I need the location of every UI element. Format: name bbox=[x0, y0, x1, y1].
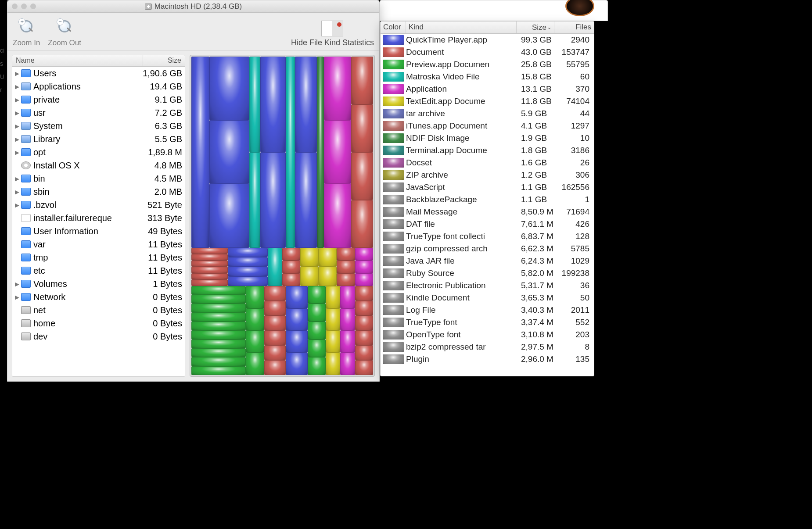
file-row[interactable]: ▶private9.1 GB bbox=[12, 93, 185, 106]
file-row[interactable]: installer.failurereque313 Byte bbox=[12, 211, 185, 225]
treemap-cell[interactable] bbox=[246, 286, 264, 308]
treemap-cell[interactable] bbox=[355, 315, 373, 330]
stats-row[interactable]: JavaScript1.1 GB162556 bbox=[381, 181, 594, 193]
treemap-cell[interactable] bbox=[249, 152, 260, 248]
treemap-cell[interactable] bbox=[260, 152, 286, 248]
file-row[interactable]: etc11 Bytes bbox=[12, 264, 185, 277]
treemap-cell[interactable] bbox=[282, 273, 300, 286]
treemap-cell[interactable] bbox=[351, 200, 373, 248]
treemap-cell[interactable] bbox=[286, 57, 295, 248]
treemap-cell[interactable] bbox=[351, 57, 373, 104]
file-list-header[interactable]: Name Size bbox=[12, 55, 185, 67]
stats-row[interactable]: Ruby Source5,82.0 M199238 bbox=[381, 267, 594, 279]
treemap-cell[interactable] bbox=[355, 286, 373, 301]
zoom-in-button[interactable]: + Zoom In bbox=[13, 18, 40, 47]
treemap-cell[interactable] bbox=[246, 330, 264, 353]
treemap-cell[interactable] bbox=[337, 273, 355, 286]
treemap-cell[interactable] bbox=[326, 308, 340, 331]
column-header-size[interactable]: Size ⌄ bbox=[517, 21, 554, 33]
treemap-cell[interactable] bbox=[191, 313, 246, 322]
treemap-cell[interactable] bbox=[209, 57, 249, 120]
treemap-cell[interactable] bbox=[355, 273, 373, 286]
file-row[interactable]: ▶Users1,90.6 GB bbox=[12, 67, 185, 80]
file-row[interactable]: ▶Applications19.4 GB bbox=[12, 80, 185, 93]
file-row[interactable]: ▶opt1,89.8 M bbox=[12, 146, 185, 159]
stats-row[interactable]: Electronic Publication5,31.7 M36 bbox=[381, 279, 594, 292]
treemap-cell[interactable] bbox=[191, 304, 246, 312]
stats-row[interactable]: Matroska Video File15.8 GB60 bbox=[381, 71, 594, 83]
stats-row[interactable]: Plugin2,96.0 M135 bbox=[381, 353, 594, 365]
disclosure-triangle-icon[interactable]: ▶ bbox=[14, 110, 20, 116]
treemap-cell[interactable] bbox=[191, 248, 228, 254]
stats-row[interactable]: TextEdit.app Docume11.8 GB74104 bbox=[381, 95, 594, 107]
treemap-cell[interactable] bbox=[228, 257, 268, 267]
treemap-cell[interactable] bbox=[264, 330, 286, 345]
stats-row[interactable]: iTunes.app Document4.1 GB1297 bbox=[381, 120, 594, 132]
treemap-cell[interactable] bbox=[340, 353, 355, 375]
treemap-cell[interactable] bbox=[308, 322, 326, 340]
treemap-cell[interactable] bbox=[319, 267, 337, 286]
treemap-panel[interactable] bbox=[190, 55, 375, 377]
zoom-traffic-light[interactable] bbox=[30, 4, 36, 9]
file-row[interactable]: ▶.bzvol521 Byte bbox=[12, 198, 185, 211]
treemap-cell[interactable] bbox=[286, 286, 308, 308]
treemap-cell[interactable] bbox=[324, 120, 351, 184]
treemap-cell[interactable] bbox=[326, 286, 340, 308]
file-row[interactable]: home0 Bytes bbox=[12, 317, 185, 330]
treemap-cell[interactable] bbox=[191, 357, 246, 366]
treemap-cell[interactable] bbox=[209, 184, 249, 247]
treemap-cell[interactable] bbox=[326, 353, 340, 375]
disclosure-triangle-icon[interactable]: ▶ bbox=[14, 175, 20, 182]
stats-row[interactable]: BackblazePackage1.1 GB1 bbox=[381, 193, 594, 206]
treemap-cell[interactable] bbox=[282, 248, 300, 261]
disclosure-triangle-icon[interactable]: ▶ bbox=[14, 83, 20, 90]
file-row[interactable]: dev0 Bytes bbox=[12, 330, 185, 343]
file-row[interactable]: tmp11 Bytes bbox=[12, 251, 185, 264]
stats-row[interactable]: TrueType font3,37.4 M552 bbox=[381, 316, 594, 329]
treemap-cell[interactable] bbox=[191, 366, 246, 375]
stats-row[interactable]: TrueType font collecti6,83.7 M128 bbox=[381, 230, 594, 243]
stats-row[interactable]: ZIP archive1.2 GB306 bbox=[381, 169, 594, 181]
zoom-out-button[interactable]: − Zoom Out bbox=[48, 18, 81, 47]
treemap-cell[interactable] bbox=[264, 360, 286, 375]
stats-row[interactable]: DAT file7,61.1 M426 bbox=[381, 218, 594, 230]
column-header-files[interactable]: Files bbox=[554, 21, 594, 33]
treemap-cell[interactable] bbox=[191, 261, 228, 267]
treemap[interactable] bbox=[191, 57, 373, 375]
stats-row[interactable]: Document43.0 GB153747 bbox=[381, 46, 594, 58]
file-list-rows[interactable]: ▶Users1,90.6 GB▶Applications19.4 GB▶priv… bbox=[12, 67, 185, 376]
file-row[interactable]: ▶sbin2.0 MB bbox=[12, 185, 185, 198]
disclosure-triangle-icon[interactable]: ▶ bbox=[14, 70, 20, 77]
treemap-cell[interactable] bbox=[340, 330, 355, 353]
treemap-cell[interactable] bbox=[319, 248, 337, 267]
treemap-cell[interactable] bbox=[295, 57, 317, 152]
stats-row[interactable]: OpenType font3,10.8 M203 bbox=[381, 329, 594, 341]
column-header-name[interactable]: Name bbox=[12, 55, 143, 66]
file-row[interactable]: ▶System6.3 GB bbox=[12, 119, 185, 132]
file-row[interactable]: net0 Bytes bbox=[12, 304, 185, 317]
treemap-cell[interactable] bbox=[286, 308, 308, 331]
disclosure-triangle-icon[interactable]: ▶ bbox=[14, 189, 20, 195]
treemap-cell[interactable] bbox=[191, 254, 228, 261]
treemap-cell[interactable] bbox=[300, 248, 318, 267]
disclosure-triangle-icon[interactable]: ▶ bbox=[14, 97, 20, 103]
close-traffic-light[interactable] bbox=[12, 4, 18, 9]
file-row[interactable]: var11 Bytes bbox=[12, 238, 185, 251]
stats-row[interactable]: Java JAR file6,24.3 M1029 bbox=[381, 255, 594, 267]
treemap-cell[interactable] bbox=[264, 301, 286, 316]
stats-row[interactable]: Docset1.6 GB26 bbox=[381, 157, 594, 169]
file-row[interactable]: ▶Library5.5 GB bbox=[12, 132, 185, 146]
stats-rows[interactable]: QuickTime Player.app99.3 GB2940Document4… bbox=[381, 34, 594, 376]
treemap-cell[interactable] bbox=[268, 248, 282, 286]
stats-row[interactable]: QuickTime Player.app99.3 GB2940 bbox=[381, 34, 594, 46]
title-bar[interactable]: Macintosh HD (2,38.4 GB) bbox=[7, 0, 379, 13]
treemap-cell[interactable] bbox=[209, 120, 249, 184]
treemap-cell[interactable] bbox=[264, 315, 286, 330]
treemap-cell[interactable] bbox=[191, 286, 246, 295]
treemap-cell[interactable] bbox=[191, 322, 246, 330]
treemap-cell[interactable] bbox=[308, 286, 326, 304]
treemap-cell[interactable] bbox=[295, 152, 317, 248]
treemap-cell[interactable] bbox=[308, 304, 326, 322]
stats-row[interactable]: Mail Message8,50.9 M71694 bbox=[381, 206, 594, 218]
treemap-cell[interactable] bbox=[324, 184, 351, 247]
